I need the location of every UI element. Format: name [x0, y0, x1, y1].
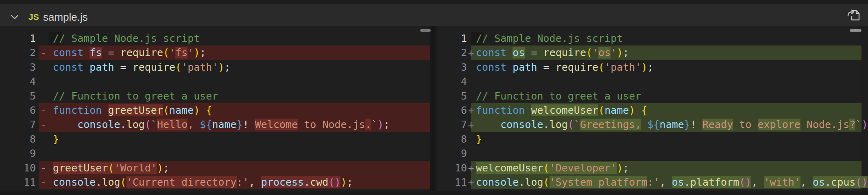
line-number: 4 [432, 74, 467, 89]
diff-sign: + [467, 103, 475, 117]
code-line[interactable]: 9 [432, 146, 861, 160]
line-number: 5 [432, 89, 467, 103]
code-text: const fs = require('fs'); [53, 46, 206, 60]
line-number: 11 [0, 175, 36, 189]
line-number: 8 [432, 132, 467, 146]
code-text: } [476, 132, 482, 146]
diff-sign: - [38, 46, 49, 60]
code-line[interactable]: 8} [432, 132, 861, 146]
code-text: } [53, 132, 59, 146]
code-line[interactable]: 6-function greetUser(name) { [0, 103, 430, 117]
code-line[interactable]: 6+function welcomeUser(name) { [432, 103, 861, 117]
code-text: function welcomeUser(name) { [476, 103, 648, 117]
code-line[interactable]: 10-greetUser('World'); [0, 161, 430, 175]
line-number: 5 [0, 89, 36, 103]
code-line[interactable]: 9 [0, 146, 430, 160]
bottom-edge [0, 191, 868, 195]
code-line[interactable]: 8} [0, 132, 430, 146]
js-file-icon: JS [28, 12, 39, 22]
line-number: 6 [432, 103, 467, 117]
line-number: 3 [0, 60, 36, 74]
window-top-strip [0, 0, 868, 4]
code-text: console.log('Current directory:', proces… [53, 175, 353, 189]
line-number: 6 [0, 103, 36, 117]
code-line[interactable]: 2-const fs = require('fs'); [0, 46, 430, 60]
code-line[interactable]: 3const path = require('path'); [0, 60, 430, 74]
diff-sign: - [38, 175, 49, 189]
code-text: console.log('System platform:', os.platf… [476, 175, 868, 189]
line-number: 1 [432, 31, 467, 46]
code-text: welcomeUser('Developer'); [476, 161, 629, 175]
line-number: 7 [432, 117, 467, 132]
code-line[interactable]: 1// Sample Node.js script [432, 31, 861, 46]
code-line[interactable]: 7+ console.log(`Greetings, ${name}! Read… [432, 117, 861, 132]
left-editor-scrollbar-slider[interactable] [420, 29, 431, 32]
diff-header: JS sample.js [0, 0, 868, 26]
line-number: 2 [0, 46, 36, 60]
line-number: 2 [432, 46, 467, 60]
original-pane[interactable]: 1// Sample Node.js script2-const fs = re… [0, 26, 430, 195]
go-to-file-icon [846, 18, 861, 24]
line-number: 11 [432, 175, 467, 189]
line-number: 7 [0, 117, 36, 132]
line-number: 8 [0, 132, 36, 146]
line-number: 9 [0, 146, 36, 160]
diff-editor: 1// Sample Node.js script2-const fs = re… [0, 26, 868, 195]
diff-sign: + [467, 161, 475, 175]
line-number: 1 [0, 31, 36, 46]
line-number: 4 [0, 74, 36, 89]
code-line[interactable]: 3const path = require('path'); [432, 60, 861, 74]
line-number: 10 [432, 161, 467, 175]
code-text: // Sample Node.js script [476, 31, 623, 46]
code-line[interactable]: 4 [0, 74, 430, 89]
diff-sign: - [38, 161, 49, 175]
right-editor-scrollbar-slider[interactable] [850, 29, 861, 32]
diff-sign: + [467, 46, 475, 60]
code-line[interactable]: 11+console.log('System platform:', os.pl… [432, 175, 861, 189]
chevron-down-icon[interactable] [10, 13, 20, 22]
code-text: const os = require('os'); [476, 46, 629, 60]
code-text: const path = require('path'); [53, 60, 231, 74]
code-line[interactable]: 10+welcomeUser('Developer'); [432, 161, 861, 175]
diff-sign: + [467, 117, 475, 132]
code-line[interactable]: 4 [432, 74, 861, 89]
code-line[interactable]: 2+const os = require('os'); [432, 46, 861, 60]
line-number: 9 [432, 146, 467, 160]
diff-widget: JS sample.js 1// Sample Node.js script2-… [0, 0, 868, 195]
diff-sign: - [38, 117, 49, 132]
code-text: console.log(`Hello, ${name}! Welcome to … [53, 117, 390, 132]
code-text: console.log(`Greetings, ${name}! Ready t… [476, 117, 868, 132]
code-text: // Function to greet a user [53, 89, 218, 103]
diff-sign: + [467, 175, 475, 189]
code-line[interactable]: 5// Function to greet a user [432, 89, 861, 103]
line-number: 10 [0, 161, 36, 175]
code-text: const path = require('path'); [476, 60, 654, 74]
modified-pane[interactable]: 1// Sample Node.js script2+const os = re… [432, 26, 861, 195]
code-line[interactable]: 11-console.log('Current directory:', pro… [0, 175, 430, 189]
code-line[interactable]: 1// Sample Node.js script [0, 31, 430, 46]
code-line[interactable]: 5// Function to greet a user [0, 89, 430, 103]
code-line[interactable]: 7- console.log(`Hello, ${name}! Welcome … [0, 117, 430, 132]
file-name: sample.js [43, 11, 88, 24]
code-text: greetUser('World'); [53, 161, 169, 175]
go-to-file-button[interactable] [846, 7, 861, 23]
line-number: 3 [432, 60, 467, 74]
code-text: // Sample Node.js script [53, 31, 200, 46]
code-text: // Function to greet a user [476, 89, 641, 103]
code-text: function greetUser(name) { [53, 103, 212, 117]
diff-sign: - [38, 103, 49, 117]
